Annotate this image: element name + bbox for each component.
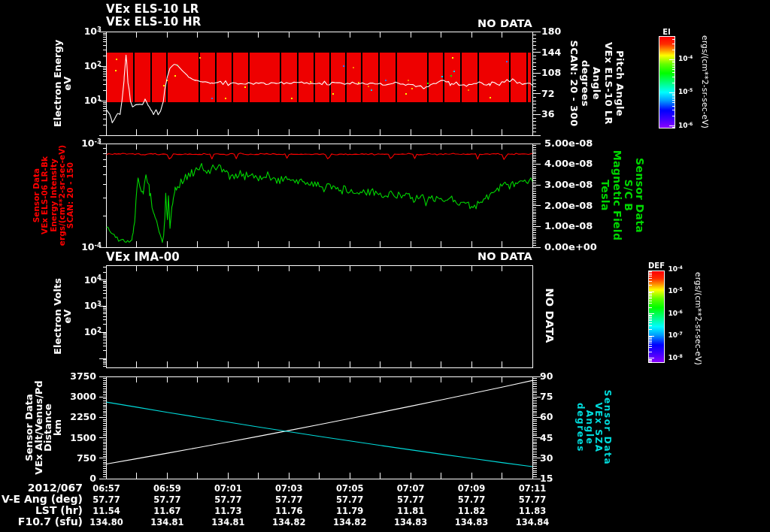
colorbar1-tick-label: 10-5 bbox=[678, 88, 693, 95]
els-background-trace bbox=[107, 153, 533, 160]
spectrogram-speckle bbox=[506, 61, 508, 62]
colorbar1-tick-label: 10-6 bbox=[678, 122, 693, 129]
spectrogram-gap bbox=[150, 53, 152, 102]
p1-ytick-label: 101 bbox=[43, 95, 102, 106]
axis-label-line: Sensor Data bbox=[634, 150, 645, 240]
p4-ytick-label: 0 bbox=[38, 473, 96, 484]
spectrogram-speckle bbox=[332, 93, 334, 95]
spectrogram-speckle bbox=[441, 76, 443, 77]
colorbar1-gradient bbox=[659, 37, 675, 128]
time-label: 06:57 bbox=[84, 483, 129, 494]
altitude-line bbox=[107, 380, 533, 464]
spectrogram-speckle bbox=[490, 97, 491, 98]
p4-ytick-label: 2250 bbox=[38, 411, 96, 422]
time-label: 07:01 bbox=[205, 483, 250, 494]
p4-right-tick-label: 75 bbox=[540, 391, 553, 402]
sza-line bbox=[107, 402, 533, 467]
panel4-right-axis-label: Sensor DataVEx SZAAngledegrees bbox=[575, 390, 611, 465]
spectrogram-gap bbox=[477, 53, 479, 102]
axis-label-line: degrees bbox=[580, 41, 591, 127]
spectrogram-speckle bbox=[291, 98, 293, 99]
p2-right-tick-label: 4.00e-08 bbox=[544, 158, 593, 169]
spectrogram-speckle bbox=[371, 89, 372, 91]
row-value: 11.81 bbox=[388, 506, 433, 516]
spectrogram-speckle bbox=[115, 70, 117, 71]
p4-ytick-label: 1500 bbox=[38, 432, 96, 443]
p4-ytick-label: 3000 bbox=[38, 391, 96, 402]
row-label-lst: LST (hr) bbox=[0, 504, 83, 516]
axis-label-line: degrees bbox=[575, 390, 584, 465]
axis-label-line: Magnetic Field bbox=[611, 150, 623, 240]
row-label-f107: F10.7 (sfu) bbox=[0, 515, 83, 527]
p1-ytick-label: 103 bbox=[43, 26, 102, 37]
row-value: 134.81 bbox=[144, 517, 189, 527]
row-value: 11.54 bbox=[84, 506, 129, 516]
row-value: 11.82 bbox=[449, 506, 494, 516]
p4-right-tick-label: 90 bbox=[540, 370, 553, 382]
colorbar2-tick-label: 10-8 bbox=[668, 354, 683, 361]
colorbar1-title: El bbox=[659, 28, 675, 36]
spectrogram-gap bbox=[345, 53, 347, 102]
p2-right-tick-label: 3.00e-08 bbox=[544, 179, 593, 190]
axis-label-line: Tesla bbox=[600, 150, 611, 240]
axis-label-line: VEx ELS-10 LR bbox=[602, 41, 614, 127]
p4-right-tick-label: 45 bbox=[540, 432, 553, 443]
axis-label-line: Electron Volts bbox=[53, 278, 62, 355]
colorbar2-tick-label: 10-6 bbox=[668, 310, 683, 317]
spectrogram-speckle bbox=[174, 75, 176, 77]
panel1-no-data-text: NO DATA bbox=[427, 17, 532, 29]
p3-ytick-label: 102 bbox=[43, 326, 102, 337]
spectrogram-gap bbox=[232, 53, 233, 102]
row-value: 11.76 bbox=[266, 506, 311, 516]
row-value: 11.79 bbox=[327, 506, 372, 516]
row-value: 57.77 bbox=[510, 494, 555, 505]
spectrogram-speckle bbox=[199, 57, 201, 59]
p1-right-tick-label: 108 bbox=[541, 67, 561, 78]
panel1-y-axis-label: Electron EnergyeV bbox=[53, 40, 73, 127]
time-label: 07:07 bbox=[388, 483, 433, 494]
spectrogram-gap bbox=[133, 53, 135, 102]
time-label: 07:03 bbox=[266, 483, 311, 494]
spectrogram-gap bbox=[361, 53, 362, 102]
spectrogram-speckle bbox=[411, 88, 413, 89]
p1-right-tick-label: 36 bbox=[541, 108, 554, 119]
spectrogram-speckle bbox=[244, 86, 246, 88]
magnetic-field-trace bbox=[107, 164, 533, 243]
p4-ytick-label: 750 bbox=[38, 452, 96, 464]
row-value: 11.73 bbox=[205, 506, 250, 516]
row-value: 134.82 bbox=[327, 517, 372, 527]
p2-right-tick-label: 1.00e-08 bbox=[544, 220, 593, 231]
p1-right-tick-label: 72 bbox=[541, 88, 554, 99]
row-value: 57.77 bbox=[205, 494, 250, 505]
spectrogram-speckle bbox=[225, 98, 226, 99]
p4-right-tick-label: 15 bbox=[540, 473, 553, 484]
colorbar1-tick-label: 10-4 bbox=[678, 55, 693, 62]
row-value: 57.77 bbox=[144, 494, 189, 505]
colorbar2-tick-label: 10-4 bbox=[668, 265, 683, 273]
spectrogram-speckle bbox=[453, 71, 455, 72]
row-value: 134.80 bbox=[84, 517, 129, 527]
spectrogram-speckle bbox=[116, 59, 117, 60]
spectrogram-speckle bbox=[427, 83, 429, 84]
panel1-right-axis-label: Pitch AngleVEx ELS-10 LRAngledegreesSCAN… bbox=[568, 41, 625, 127]
p3-ytick-label: 103 bbox=[43, 300, 102, 311]
colorbar2-title: DEF bbox=[648, 261, 664, 270]
p3-ytick-label: 104 bbox=[43, 274, 102, 286]
row-value: 57.77 bbox=[327, 494, 372, 505]
row-value: 134.82 bbox=[266, 517, 311, 527]
p2-right-tick-label: 0.00e+00 bbox=[544, 241, 597, 252]
panel3-no-data-text: NO DATA bbox=[427, 250, 532, 262]
spectrogram-speckle bbox=[385, 80, 387, 81]
vex-summary-plot-page: VEx ELS-10 LR VEx ELS-10 HR NO DATA VEx … bbox=[0, 0, 770, 532]
spectrogram-speckle bbox=[368, 86, 369, 87]
row-value: 57.77 bbox=[84, 494, 129, 505]
spectrogram-gap bbox=[248, 53, 250, 102]
panel4-frame bbox=[107, 376, 533, 479]
els-spectrogram-band bbox=[107, 53, 531, 102]
spectrogram-speckle bbox=[468, 89, 469, 91]
row-value: 57.77 bbox=[266, 494, 311, 505]
row-value: 11.67 bbox=[144, 506, 189, 516]
spectrogram-gap bbox=[443, 53, 444, 102]
p2-ytick-label: 10-3 bbox=[43, 138, 102, 149]
spectrogram-speckle bbox=[450, 75, 452, 77]
